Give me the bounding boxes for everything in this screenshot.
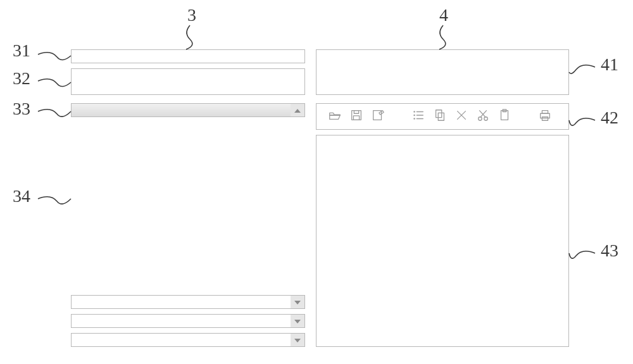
chevron-up-icon [294,109,301,113]
dropdown-bottom-2[interactable] [71,314,305,328]
dropdown-bottom-3[interactable] [71,333,305,347]
panel-41 [316,49,569,95]
ref-label-4: 4 [439,5,448,25]
chevron-down-icon [294,301,301,304]
dropdown-body [72,334,291,346]
dropdown-body [72,296,291,308]
chevron-down-icon [294,339,301,342]
svg-rect-2 [353,116,359,120]
paste-icon[interactable] [498,108,511,125]
ref-label-31: 31 [13,41,30,61]
ref-label-3: 3 [187,5,196,25]
chevron-down-icon [294,320,301,323]
ref-label-34: 34 [13,186,30,206]
ref-label-33: 33 [13,99,30,119]
edit-icon[interactable] [371,108,385,125]
svg-rect-21 [542,111,548,114]
dropdown-bottom-1[interactable] [71,295,305,309]
list-icon[interactable] [411,108,425,125]
svg-rect-1 [354,111,358,114]
open-folder-icon[interactable] [328,108,342,125]
svg-line-16 [480,111,486,117]
svg-point-8 [413,118,415,120]
print-icon[interactable] [538,108,552,125]
svg-point-14 [479,117,482,121]
svg-rect-10 [436,110,442,118]
svg-rect-22 [542,117,548,121]
dropdown-button[interactable] [291,334,304,346]
panel-34 [71,117,305,293]
ref-label-32: 32 [13,68,30,89]
panel-31 [71,49,305,63]
panel-32 [71,68,305,95]
delete-icon[interactable] [454,108,468,125]
save-icon[interactable] [349,108,363,125]
diagram-canvas: 3 4 31 32 33 34 41 42 43 [0,0,633,364]
panel-43 [316,135,569,347]
cut-icon[interactable] [476,108,490,125]
ref-label-43: 43 [601,241,618,261]
dropdown-button[interactable] [291,296,304,308]
ref-label-41: 41 [601,54,618,75]
dropdown-33[interactable] [71,103,305,117]
svg-rect-11 [438,113,444,120]
dropdown-body [72,315,291,327]
svg-point-15 [484,117,488,121]
svg-line-17 [480,111,486,117]
svg-point-4 [413,111,415,113]
toolbar-42 [316,103,569,130]
dropdown-body [72,104,291,116]
dropdown-button[interactable] [291,315,304,327]
copy-icon[interactable] [433,108,447,125]
dropdown-button[interactable] [291,104,304,116]
svg-point-6 [413,115,415,116]
ref-label-42: 42 [601,108,618,128]
